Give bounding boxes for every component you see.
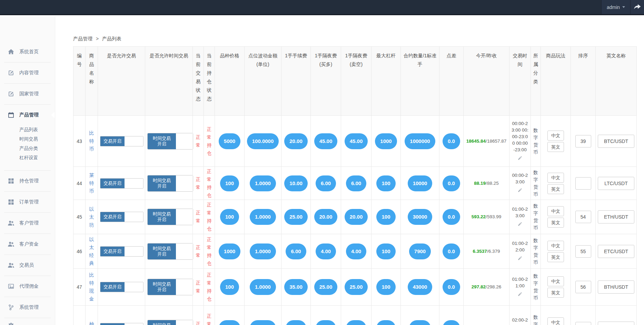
edit-time-icon[interactable]: [512, 155, 528, 162]
price-pill[interactable]: 5000: [219, 133, 240, 149]
overnight-buy-pill[interactable]: 45.00: [314, 133, 338, 149]
contract-qty-pill[interactable]: 1000000: [405, 133, 435, 149]
play-en-button[interactable]: 英文: [547, 184, 564, 194]
play-zh-button[interactable]: 中文: [547, 206, 564, 216]
trade-toggle-input[interactable]: [125, 282, 143, 292]
sidebar-item-产品管理[interactable]: 产品管理: [0, 106, 55, 124]
point-amount-pill[interactable]: 1.0000: [250, 209, 276, 225]
overnight-sell-pill[interactable]: 25.00: [345, 279, 368, 295]
spread-pill[interactable]: 0.0: [443, 243, 460, 259]
price-pill[interactable]: 100: [220, 209, 239, 225]
overnight-buy-pill[interactable]: 4.00: [316, 243, 336, 259]
spread-pill[interactable]: 0.0: [443, 175, 460, 191]
time-trade-toggle[interactable]: 时间交易 开启: [147, 243, 193, 260]
time-toggle-input[interactable]: [176, 209, 193, 225]
time-toggle-input[interactable]: [176, 279, 193, 295]
overnight-sell-pill[interactable]: 20.00: [345, 209, 368, 225]
price-pill[interactable]: 1000: [219, 320, 240, 325]
en-name-input[interactable]: [598, 177, 634, 190]
fee-pill[interactable]: 5.00: [286, 320, 306, 325]
contract-qty-pill[interactable]: 10000: [408, 175, 433, 191]
contract-qty-pill[interactable]: 7900: [409, 243, 431, 259]
product-name[interactable]: 柚子: [89, 321, 94, 325]
time-toggle-input[interactable]: [176, 320, 193, 325]
product-name[interactable]: 比特现金: [89, 272, 94, 302]
product-name[interactable]: 以太经典: [89, 237, 94, 266]
edit-time-icon[interactable]: [512, 291, 528, 298]
play-zh-button[interactable]: 中文: [547, 276, 564, 286]
price-pill[interactable]: 100: [220, 175, 239, 191]
time-toggle-input[interactable]: [176, 175, 193, 191]
breadcrumb-parent[interactable]: 产品管理: [73, 36, 92, 41]
trade-toggle-input[interactable]: [125, 179, 143, 188]
trade-toggle-input[interactable]: [125, 247, 143, 256]
overnight-buy-pill[interactable]: 3.00: [316, 320, 336, 325]
en-name-input[interactable]: [598, 135, 634, 148]
time-toggle-input[interactable]: [176, 133, 193, 149]
play-zh-button[interactable]: 中文: [547, 241, 564, 251]
play-zh-button[interactable]: 中文: [547, 131, 564, 141]
trade-toggle[interactable]: 交易开启: [100, 136, 143, 146]
overnight-buy-pill[interactable]: 20.00: [314, 209, 338, 225]
max-leverage-pill[interactable]: 100: [376, 279, 395, 295]
point-amount-pill[interactable]: 1.0000: [250, 175, 276, 191]
max-leverage-pill[interactable]: 100: [376, 243, 395, 259]
product-name[interactable]: 以太坊: [89, 206, 94, 228]
overnight-sell-pill[interactable]: 6.00: [346, 175, 366, 191]
play-en-button[interactable]: 英文: [547, 142, 564, 152]
time-toggle-input[interactable]: [176, 243, 193, 259]
sort-input[interactable]: [575, 211, 591, 223]
en-name-input[interactable]: [598, 210, 634, 223]
en-name-input[interactable]: [598, 280, 634, 294]
sidebar-item-持仓管理[interactable]: 持仓管理: [0, 172, 55, 190]
sort-input[interactable]: [575, 177, 591, 190]
max-leverage-pill[interactable]: 100: [376, 320, 395, 325]
time-trade-toggle[interactable]: 时间交易 开启: [147, 320, 193, 325]
trade-toggle-input[interactable]: [125, 323, 143, 325]
overnight-buy-pill[interactable]: 6.00: [316, 175, 336, 191]
spread-pill[interactable]: 0.0: [443, 209, 460, 225]
sidebar-item-partial[interactable]: [0, 317, 55, 325]
submenu-item-产品分类[interactable]: 产品分类: [19, 144, 55, 153]
trade-toggle[interactable]: 交易开启: [100, 212, 143, 222]
en-name-input[interactable]: [598, 245, 634, 258]
time-trade-toggle[interactable]: 时间交易 开启: [147, 209, 193, 225]
play-en-button[interactable]: 英文: [547, 218, 564, 228]
trade-toggle-input[interactable]: [125, 136, 143, 146]
fee-pill[interactable]: 35.00: [284, 279, 308, 295]
fee-pill[interactable]: 25.00: [284, 209, 308, 225]
time-trade-toggle[interactable]: 时间交易 开启: [147, 175, 193, 192]
overnight-sell-pill[interactable]: 45.00: [345, 133, 368, 149]
submenu-item-杠杆设置[interactable]: 杠杆设置: [19, 153, 55, 162]
edit-time-icon[interactable]: [512, 256, 528, 262]
overnight-sell-pill[interactable]: 3.00: [346, 320, 366, 325]
point-amount-pill[interactable]: 1.0000: [250, 279, 276, 295]
sort-input[interactable]: [575, 135, 591, 147]
fee-pill[interactable]: 20.00: [284, 133, 308, 149]
spread-pill[interactable]: 0.0: [443, 133, 460, 149]
point-amount-pill[interactable]: 1.0000: [250, 320, 276, 325]
spread-pill[interactable]: 0.0: [443, 279, 460, 295]
play-en-button[interactable]: 英文: [547, 288, 564, 298]
sort-input[interactable]: [575, 322, 591, 325]
sidebar-item-国家管理[interactable]: 国家管理: [0, 85, 55, 103]
price-pill[interactable]: 1000: [219, 243, 240, 259]
trade-toggle[interactable]: 交易开启: [100, 282, 143, 292]
submenu-item-产品列表[interactable]: 产品列表: [19, 125, 55, 134]
contract-qty-pill[interactable]: 6000: [409, 320, 431, 325]
trade-toggle-input[interactable]: [125, 212, 143, 222]
contract-qty-pill[interactable]: 30000: [408, 209, 433, 225]
point-amount-pill[interactable]: 1.0000: [250, 243, 276, 259]
time-trade-toggle[interactable]: 时间交易 开启: [147, 279, 193, 295]
play-zh-button[interactable]: 中文: [547, 173, 564, 183]
sidebar-item-内容管理[interactable]: 内容管理: [0, 64, 55, 82]
product-name[interactable]: 莱特币: [89, 172, 94, 194]
overnight-buy-pill[interactable]: 25.00: [314, 279, 338, 295]
logout-arrow-button[interactable]: [630, 0, 644, 14]
spread-pill[interactable]: 0.0: [443, 320, 460, 325]
sidebar-item-系统管理[interactable]: 系统管理: [0, 299, 55, 316]
sidebar-item-订单管理[interactable]: 订单管理: [0, 193, 55, 211]
sort-input[interactable]: [575, 281, 591, 293]
sidebar-item-代理佣金[interactable]: 代理佣金: [0, 278, 55, 295]
trade-toggle[interactable]: 交易开启: [100, 246, 143, 257]
